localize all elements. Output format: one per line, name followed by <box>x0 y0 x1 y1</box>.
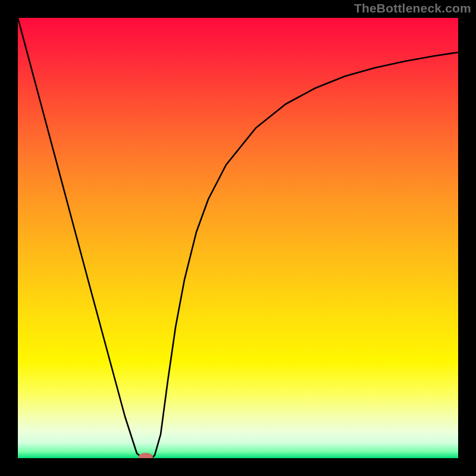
chart-frame: TheBottleneck.com <box>0 0 476 476</box>
attribution-text: TheBottleneck.com <box>354 1 471 15</box>
plot-area <box>18 18 458 458</box>
curve-svg <box>18 18 458 458</box>
minimum-marker <box>139 453 153 458</box>
bottleneck-curve <box>18 18 458 458</box>
